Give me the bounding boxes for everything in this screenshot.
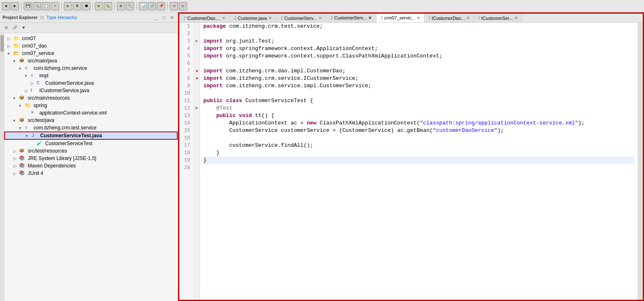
toolbar-btn-2[interactable]: 🔍 <box>33 2 41 10</box>
tab-icustomerser[interactable]: I ICustomerSer... ✕ <box>474 14 522 22</box>
toolbar-btn-11[interactable]: 📊 <box>139 2 147 10</box>
scroll-thumb[interactable] <box>0 35 4 52</box>
toggle-srctestresources[interactable]: ▷ <box>13 149 19 153</box>
type-hierarchy-link[interactable]: Type Hierarchy <box>46 15 77 20</box>
toggle-srctestjava[interactable]: ▾ <box>13 118 19 123</box>
maximize-btn[interactable]: □ <box>161 14 167 21</box>
toolbar-btn-fwd[interactable]: ▶ <box>11 2 19 10</box>
link-editor-btn[interactable]: 🔗 <box>11 24 19 31</box>
toolbar-btn-10[interactable]: 🔧 <box>126 2 134 10</box>
tree-item-customerservice[interactable]: ▷ C CustomerService.java <box>4 79 178 87</box>
tree-item-srctestjava[interactable]: ▾ 📦 src/test/java <box>4 117 178 124</box>
tab-close-icustomerser[interactable]: ✕ <box>514 16 518 20</box>
toolbar-btn-13[interactable]: 📌 <box>157 2 165 10</box>
tree-scrollbar[interactable] <box>0 33 4 301</box>
toolbar-btn-14[interactable]: ◁ <box>170 2 178 10</box>
toolbar-btn-5[interactable]: ⏸ <box>73 2 81 10</box>
toolbar-btn-run[interactable]: ▶ <box>64 2 72 10</box>
tab-label-customerjava: Customer.java <box>238 16 267 21</box>
tree-item-icustomerservice[interactable]: ▷ I ICustomerService.java <box>4 87 178 94</box>
tree-item-customerservicetest-runner[interactable]: ▷ 🧪 CustomerServiceTest <box>4 140 178 147</box>
project-explorer-title[interactable]: Project Explorer <box>2 15 38 20</box>
tab-close-icustomerdao[interactable]: ✕ <box>466 16 470 20</box>
gutter-7: ◆ <box>194 67 200 75</box>
toolbar-btn-back[interactable]: ◀ <box>2 2 10 10</box>
tree-item-com-itzheng[interactable]: ▾ ≡ com.itzheng.crm.service <box>4 64 178 72</box>
toggle-customerservicetest-runner[interactable]: ▷ <box>31 141 36 146</box>
code-line-16 <box>203 134 634 142</box>
left-content: ▷ 📁 crm07 ▷ 📁 crm07_dao ▾ 📂 crm07_servi <box>0 33 178 301</box>
editor-panel: J CustomerDao.... ✕ J Customer.java ✕ J … <box>178 12 644 301</box>
toolbar-btn-7[interactable]: ▶ <box>95 2 103 10</box>
tab-customerserv1[interactable]: J CustomerServ... ✕ <box>276 14 326 22</box>
toggle-testservice-pkg[interactable]: ▾ <box>19 126 25 130</box>
label-impl: impl <box>39 73 48 79</box>
close-panel-btn[interactable]: ✕ <box>169 14 175 21</box>
tab-customerserv2[interactable]: J CustomerServ... ✕ <box>326 14 376 22</box>
code-line-15: CustomerService customerService = (Custo… <box>203 127 634 134</box>
toolbar-btn-3[interactable]: 📋 <box>42 2 50 10</box>
toggle-jre[interactable]: ▷ <box>13 156 19 161</box>
srcfolder-icon-resources: 📦 <box>19 95 27 101</box>
editor-scrollbar[interactable] <box>638 23 643 300</box>
toggle-junit[interactable]: ▷ <box>13 171 19 176</box>
code-line-6 <box>203 60 634 67</box>
toggle-icustomerservice[interactable]: ▷ <box>25 88 31 93</box>
tree-item-customerservicetest-java[interactable]: ▾ J CustomerServiceTest.java <box>4 131 178 140</box>
tab-close-customerdao[interactable]: ✕ <box>222 16 225 20</box>
tab-crm07service[interactable]: J crm07_servic... ✕ <box>376 14 425 22</box>
toolbar-btn-6[interactable]: ⏹ <box>82 2 90 10</box>
tree-item-crm07dao[interactable]: ▷ 📁 crm07_dao <box>4 42 178 50</box>
code-line-3: import org.junit.Test; <box>203 38 634 45</box>
tab-customerjava[interactable]: J Customer.java ✕ <box>230 14 276 22</box>
tree-item-maven[interactable]: ▷ 📚 Maven Dependencies <box>4 162 178 170</box>
toggle-srcmainresources[interactable]: ▾ <box>13 96 19 100</box>
toolbar-btn-12[interactable]: 🔗 <box>148 2 156 10</box>
code-line-5: import org.springframework.context.suppo… <box>203 53 634 60</box>
label-icustomerservice: ICustomerService.java <box>39 88 89 93</box>
toggle-maven[interactable]: ▷ <box>13 164 19 168</box>
toolbar-btn-15[interactable]: ▷ <box>179 2 187 10</box>
toggle-crm07service[interactable]: ▾ <box>7 51 13 56</box>
tree-item-appcontext-xml[interactable]: ▷ ✕ applicationContext-service.xml <box>4 109 178 117</box>
tree-item-impl[interactable]: ▾ ≡ impl <box>4 72 178 79</box>
tree-item-srctestresources[interactable]: ▷ 📦 src/test/resources <box>4 147 178 155</box>
toggle-customerservice[interactable]: ▷ <box>31 81 36 86</box>
code-content[interactable]: package com.itzheng.crm.test.service; im… <box>200 23 638 300</box>
tab-icustomerdao[interactable]: I ICustomerDao... ✕ <box>425 14 474 22</box>
collapse-all-btn[interactable]: ⊟ <box>2 24 10 31</box>
tree-item-crm07service[interactable]: ▾ 📂 crm07_service <box>4 50 178 57</box>
minimize-btn[interactable]: _ <box>153 14 159 21</box>
toolbar-btn-4[interactable]: ✂ <box>51 2 59 10</box>
tree-item-spring[interactable]: ▾ 📁 spring <box>4 102 178 109</box>
tree-item-crm07[interactable]: ▷ 📁 crm07 <box>4 35 178 42</box>
tab-close-customerjava[interactable]: ✕ <box>268 16 272 20</box>
toggle-crm07[interactable]: ▷ <box>7 36 13 41</box>
tree-item-srcmainjava[interactable]: ▾ 📦 src/main/java <box>4 57 178 64</box>
toolbar-sep-2 <box>61 2 62 10</box>
toggle-srcmainjava[interactable]: ▾ <box>13 59 19 63</box>
tab-customerdao[interactable]: J CustomerDao.... ✕ <box>179 14 230 22</box>
toggle-com-itzheng[interactable]: ▾ <box>19 66 25 71</box>
gutter-5 <box>194 53 200 60</box>
tree-item-jre[interactable]: ▷ 📚 JRE System Library [J2SE-1.5] <box>4 155 178 162</box>
toggle-crm07dao[interactable]: ▷ <box>7 44 13 48</box>
toggle-appcontext-xml[interactable]: ▷ <box>25 111 31 115</box>
linenum-3: 3 <box>179 38 192 45</box>
toolbar-sep-3 <box>92 2 93 10</box>
tree-item-junit[interactable]: ▷ 📚 JUnit 4 <box>4 170 178 177</box>
toolbar-btn-save[interactable]: 💾 <box>24 2 32 10</box>
tab-close-customerserv1[interactable]: ✕ <box>318 16 322 20</box>
gutter-8: ◆ <box>194 75 200 82</box>
tree-menu-btn[interactable]: ▼ <box>20 24 27 31</box>
toggle-spring[interactable]: ▾ <box>19 103 25 108</box>
toolbar-btn-9[interactable]: ⚙ <box>117 2 125 10</box>
label-spring: spring <box>34 103 47 108</box>
toolbar-btn-8[interactable]: 🐛 <box>104 2 112 10</box>
tree-item-testservice-pkg[interactable]: ▾ ≡ com.itzheng.crm.test.service <box>4 124 178 131</box>
folder-icon-spring: 📁 <box>25 103 32 108</box>
tab-close-crm07service[interactable]: ✕ <box>417 16 420 20</box>
toggle-impl[interactable]: ▾ <box>25 74 31 78</box>
toggle-customerservicetest-java[interactable]: ▾ <box>26 134 31 138</box>
tree-item-srcmainresources[interactable]: ▾ 📦 src/main/resources <box>4 94 178 102</box>
